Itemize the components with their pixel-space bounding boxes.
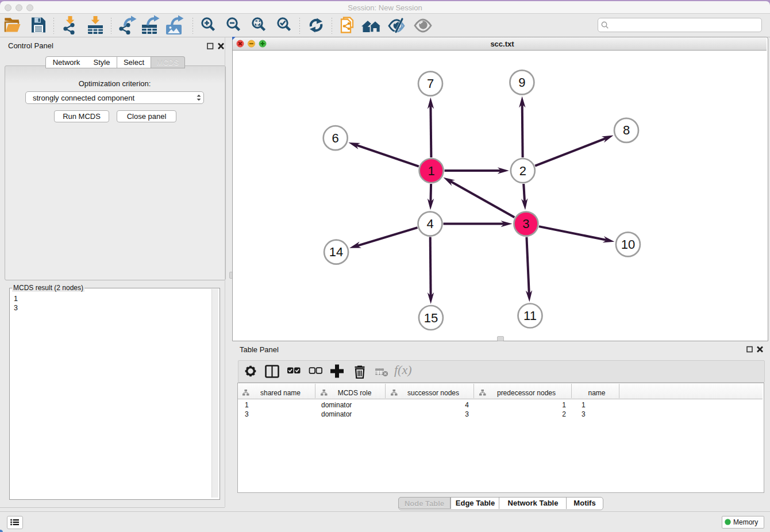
svg-text:11: 11 (523, 309, 537, 323)
svg-text:8: 8 (623, 123, 630, 137)
svg-text:9: 9 (518, 75, 525, 90)
svg-text:14: 14 (329, 245, 343, 259)
svg-text:10: 10 (621, 237, 635, 252)
svg-text:2: 2 (519, 164, 526, 178)
svg-text:3: 3 (522, 217, 529, 231)
svg-text:6: 6 (332, 131, 339, 145)
svg-text:7: 7 (427, 76, 434, 91)
svg-text:15: 15 (424, 311, 438, 325)
svg-text:4: 4 (426, 217, 433, 231)
svg-text:1: 1 (428, 164, 434, 178)
